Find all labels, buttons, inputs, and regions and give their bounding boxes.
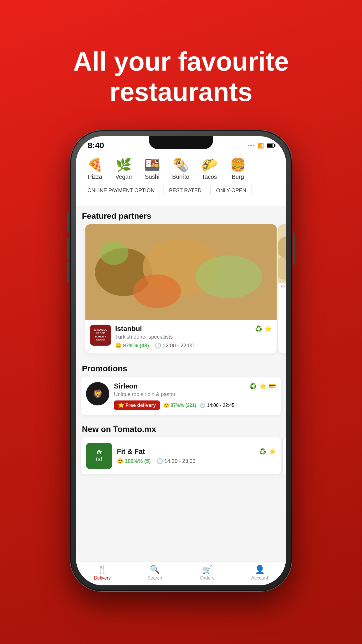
promo-rating-dot: 😊	[164, 403, 169, 408]
status-icons: 📶	[248, 142, 274, 149]
category-tacos[interactable]: 🌮 Tacos	[196, 158, 222, 180]
featured-section: Featured partners	[76, 206, 286, 358]
new-hours: 🕐 14:30 - 23:00	[157, 458, 195, 464]
category-burrito[interactable]: 🌯 Burrito	[168, 158, 194, 180]
new-star-icon[interactable]: ⭐	[269, 448, 276, 455]
promo-rating: 😊 87%% (221)	[164, 402, 196, 408]
promo-recycle-icon[interactable]: ♻️	[249, 383, 257, 390]
promo-rating-value: 87%% (221)	[171, 403, 196, 408]
food-image-svg	[85, 224, 277, 320]
new-rating-value: 100%% (5)	[125, 458, 151, 464]
promo-card-sirleon[interactable]: 🦁 Sirleon ♻️ ⭐ 💳 Unique top sirloin &	[81, 377, 281, 415]
featured-card-info: ISTANBULKEBABTURKISH DÖNER Istanbul ♻️ ⭐	[85, 320, 277, 354]
phone-mockup: 8:40 📶	[70, 130, 292, 591]
headline: All your favourite restaurants	[64, 23, 298, 107]
dot-1	[248, 145, 249, 146]
vegan-label: Vegan	[115, 174, 132, 180]
rating-badge: 😊 97%% (48)	[115, 342, 149, 349]
orders-label: Orders	[200, 575, 215, 581]
rating-dot: 😊	[115, 343, 122, 349]
nav-account[interactable]: 👤 Account	[233, 565, 286, 581]
tacos-label: Tacos	[202, 174, 217, 180]
promo-details: Sirleon ♻️ ⭐ 💳 Unique top sirloin & past…	[114, 382, 276, 410]
new-name-row: Fit & Fat ♻️ ⭐	[117, 447, 276, 456]
istanbul-logo: ISTANBULKEBABTURKISH DÖNER	[90, 325, 111, 346]
restaurant-name: Istanbul	[115, 325, 142, 333]
svg-point-4	[133, 274, 181, 308]
category-pizza[interactable]: 🍕 Pizza	[82, 158, 108, 180]
sushi-label: Sushi	[145, 174, 159, 180]
status-time: 8:40	[88, 141, 104, 150]
wifi-icon: 📶	[257, 142, 264, 149]
filter-only-open[interactable]: ONLY OPEN	[210, 185, 252, 196]
action-icons: ♻️ ⭐	[255, 325, 272, 332]
categories-row: 🍕 Pizza 🌿 Vegan 🍱 Sushi 🌯	[76, 158, 286, 180]
burger-icon: 🍔	[230, 158, 246, 171]
pizza-label: Pizza	[88, 174, 102, 180]
dot-3	[253, 145, 254, 146]
featured-title: Featured partners	[76, 206, 286, 224]
restaurant-subtitle: Turkish döner specialists	[115, 334, 272, 340]
new-section-title: New on Tomato.mx	[76, 419, 286, 438]
restaurant-meta: 😊 97%% (48) 🕐 12:00 - 22:00	[115, 342, 272, 349]
signal-dots	[248, 145, 254, 146]
battery-icon	[267, 144, 274, 148]
phone-screen: 8:40 📶	[76, 136, 286, 585]
svg-point-6	[100, 241, 128, 265]
filter-best-rated[interactable]: BEST RATED	[164, 185, 207, 196]
scroll-content: 🍕 Pizza 🌿 Vegan 🍱 Sushi 🌯	[76, 153, 286, 561]
featured-card-image	[85, 224, 277, 320]
partial-card-image	[278, 224, 286, 283]
promo-name-row: Sirleon ♻️ ⭐ 💳	[114, 382, 276, 390]
account-icon: 👤	[255, 565, 265, 574]
category-vegan[interactable]: 🌿 Vegan	[110, 158, 137, 180]
svg-point-3	[195, 256, 262, 299]
phone-frame: 8:40 📶	[70, 130, 292, 591]
bottom-nav: 🍴 Delivery 🔍 Search 🛒 Orders 👤 Account	[76, 561, 286, 585]
filter-online-payment[interactable]: ONLINE PAYMENT OPTION	[82, 185, 160, 196]
new-section: New on Tomato.mx fitfat Fit & Fat ♻️	[76, 419, 286, 477]
orders-icon: 🛒	[202, 565, 212, 574]
sushi-icon: 🍱	[144, 158, 160, 171]
nav-orders[interactable]: 🛒 Orders	[181, 565, 233, 581]
category-burger[interactable]: 🍔 Burg	[225, 158, 251, 180]
categories-section: 🍕 Pizza 🌿 Vegan 🍱 Sushi 🌯	[76, 153, 286, 206]
nav-search[interactable]: 🔍 Search	[129, 565, 181, 581]
svg-point-9	[278, 256, 286, 280]
delivery-icon: 🍴	[97, 565, 108, 574]
pizza-icon: 🍕	[87, 158, 103, 171]
battery-fill	[267, 144, 273, 147]
new-clock-icon: 🕐	[157, 458, 163, 464]
partial-second-new-card: 🧔	[283, 438, 286, 477]
account-label: Account	[251, 575, 268, 581]
promo-subtitle: Unique top sirloin & pastor.	[114, 391, 276, 398]
new-rating: 😊 100%% (5)	[117, 458, 151, 464]
burrito-icon: 🌯	[173, 158, 189, 171]
new-rating-dot: 😊	[117, 458, 123, 464]
new-card-fitfat[interactable]: fitfat Fit & Fat ♻️ ⭐	[81, 438, 281, 474]
star-icon[interactable]: ⭐	[265, 325, 272, 332]
recycle-icon[interactable]: ♻️	[255, 325, 262, 332]
promotions-title: Promotions	[76, 358, 286, 377]
new-meta: 😊 100%% (5) 🕐 14:30 - 23:00	[117, 458, 276, 464]
vegan-icon: 🌿	[116, 158, 132, 171]
featured-card-istanbul[interactable]: ISTANBULKEBABTURKISH DÖNER Istanbul ♻️ ⭐	[85, 224, 277, 354]
tacos-icon: 🌮	[201, 158, 217, 171]
new-recycle-icon[interactable]: ♻️	[259, 448, 266, 455]
restaurant-details: Istanbul ♻️ ⭐ Turkish döner specialists	[115, 325, 272, 349]
promo-hours: 🕐 14:00 - 22:45	[200, 402, 234, 408]
burger-label: Burg	[232, 174, 244, 180]
promo-star-icon[interactable]: ⭐	[259, 383, 266, 390]
promo-badges: ⭐ Free delivery 😊 87%% (221) 🕐 14:00 -	[114, 400, 276, 410]
free-delivery-badge: ⭐ Free delivery	[114, 400, 160, 410]
nav-delivery[interactable]: 🍴 Delivery	[76, 565, 129, 581]
filters-row: ONLINE PAYMENT OPTION BEST RATED ONLY OP…	[76, 180, 286, 201]
promo-card-icon: 💳	[269, 383, 276, 390]
partial-image-svg	[278, 224, 286, 283]
hours-badge: 🕐 12:00 - 22:00	[155, 342, 194, 349]
category-sushi[interactable]: 🍱 Sushi	[139, 158, 165, 180]
promo-clock-icon: 🕐	[200, 403, 205, 408]
new-restaurant-name: Fit & Fat	[117, 447, 145, 456]
star-small-icon: ⭐	[118, 402, 124, 408]
new-details: Fit & Fat ♻️ ⭐ 😊 100%% (5)	[117, 447, 276, 464]
